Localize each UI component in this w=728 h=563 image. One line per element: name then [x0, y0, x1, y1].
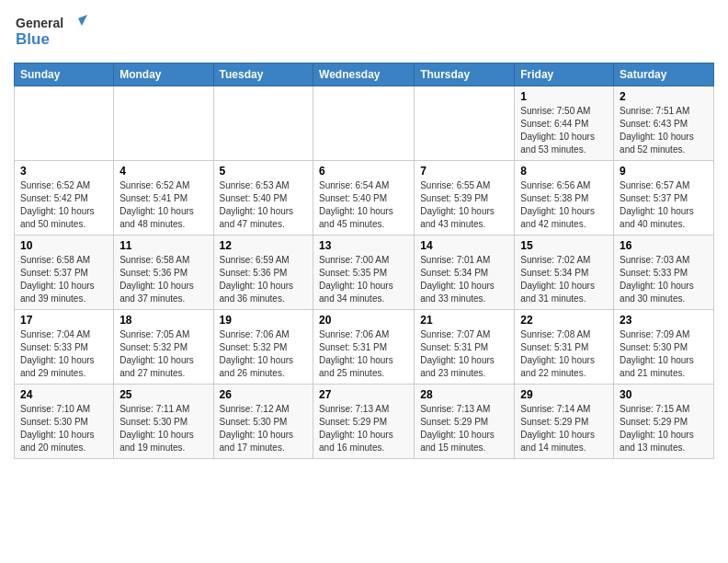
- calendar-cell: [313, 86, 415, 161]
- calendar-week-row: 17Sunrise: 7:04 AM Sunset: 5:33 PM Dayli…: [15, 310, 714, 385]
- day-number: 6: [319, 165, 408, 178]
- day-number: 15: [520, 239, 608, 252]
- calendar-cell: 26Sunrise: 7:12 AM Sunset: 5:30 PM Dayli…: [213, 385, 313, 459]
- day-info: Sunrise: 7:06 AM Sunset: 5:31 PM Dayligh…: [319, 328, 408, 380]
- logo: General Blue: [14, 9, 87, 55]
- calendar-cell: [415, 86, 515, 161]
- day-info: Sunrise: 7:14 AM Sunset: 5:29 PM Dayligh…: [520, 403, 608, 454]
- day-info: Sunrise: 6:55 AM Sunset: 5:39 PM Dayligh…: [420, 179, 508, 231]
- calendar-cell: 18Sunrise: 7:05 AM Sunset: 5:32 PM Dayli…: [114, 310, 213, 385]
- calendar-cell: 6Sunrise: 6:54 AM Sunset: 5:40 PM Daylig…: [313, 161, 415, 236]
- page-container: General Blue SundayMondayTuesdayWednesda…: [0, 0, 728, 468]
- calendar-cell: 7Sunrise: 6:55 AM Sunset: 5:39 PM Daylig…: [415, 161, 515, 236]
- day-info: Sunrise: 7:04 AM Sunset: 5:33 PM Dayligh…: [20, 328, 108, 380]
- calendar-week-row: 24Sunrise: 7:10 AM Sunset: 5:30 PM Dayli…: [15, 385, 714, 459]
- day-info: Sunrise: 6:53 AM Sunset: 5:40 PM Dayligh…: [220, 179, 308, 231]
- day-info: Sunrise: 7:00 AM Sunset: 5:35 PM Dayligh…: [319, 254, 408, 305]
- calendar-cell: 25Sunrise: 7:11 AM Sunset: 5:30 PM Dayli…: [114, 385, 213, 459]
- day-info: Sunrise: 7:06 AM Sunset: 5:32 PM Dayligh…: [220, 328, 308, 380]
- day-info: Sunrise: 7:08 AM Sunset: 5:31 PM Dayligh…: [520, 328, 608, 380]
- calendar-cell: 20Sunrise: 7:06 AM Sunset: 5:31 PM Dayli…: [313, 310, 415, 385]
- calendar-cell: 11Sunrise: 6:58 AM Sunset: 5:36 PM Dayli…: [114, 236, 213, 310]
- weekday-header: Saturday: [614, 63, 714, 86]
- calendar-cell: 28Sunrise: 7:13 AM Sunset: 5:29 PM Dayli…: [415, 385, 515, 459]
- calendar-cell: 23Sunrise: 7:09 AM Sunset: 5:30 PM Dayli…: [614, 310, 714, 385]
- day-info: Sunrise: 7:50 AM Sunset: 6:44 PM Dayligh…: [520, 105, 608, 156]
- day-number: 3: [20, 165, 108, 178]
- calendar-cell: 9Sunrise: 6:57 AM Sunset: 5:37 PM Daylig…: [614, 161, 714, 236]
- day-number: 26: [220, 388, 308, 401]
- day-info: Sunrise: 6:52 AM Sunset: 5:41 PM Dayligh…: [119, 179, 207, 231]
- day-info: Sunrise: 7:05 AM Sunset: 5:32 PM Dayligh…: [119, 328, 207, 380]
- weekday-header: Monday: [114, 63, 213, 86]
- day-info: Sunrise: 6:56 AM Sunset: 5:38 PM Dayligh…: [520, 179, 608, 231]
- svg-text:Blue: Blue: [16, 30, 50, 48]
- header-row: SundayMondayTuesdayWednesdayThursdayFrid…: [15, 63, 714, 86]
- calendar-cell: [213, 86, 313, 161]
- calendar-cell: 12Sunrise: 6:59 AM Sunset: 5:36 PM Dayli…: [213, 236, 313, 310]
- day-info: Sunrise: 6:58 AM Sunset: 5:36 PM Dayligh…: [119, 254, 207, 305]
- calendar-table: SundayMondayTuesdayWednesdayThursdayFrid…: [14, 63, 714, 459]
- day-number: 18: [119, 314, 207, 327]
- day-number: 8: [520, 165, 608, 178]
- day-info: Sunrise: 7:03 AM Sunset: 5:33 PM Dayligh…: [620, 254, 708, 305]
- day-number: 28: [420, 388, 508, 401]
- calendar-cell: 4Sunrise: 6:52 AM Sunset: 5:41 PM Daylig…: [114, 161, 213, 236]
- weekday-header: Friday: [515, 63, 614, 86]
- weekday-header: Tuesday: [213, 63, 313, 86]
- day-info: Sunrise: 7:13 AM Sunset: 5:29 PM Dayligh…: [319, 403, 408, 454]
- day-info: Sunrise: 7:15 AM Sunset: 5:29 PM Dayligh…: [620, 403, 708, 454]
- day-number: 16: [620, 239, 708, 252]
- day-number: 21: [420, 314, 508, 327]
- day-number: 7: [420, 165, 508, 178]
- day-number: 1: [520, 90, 608, 103]
- calendar-cell: [114, 86, 213, 161]
- calendar-cell: 5Sunrise: 6:53 AM Sunset: 5:40 PM Daylig…: [213, 161, 313, 236]
- day-info: Sunrise: 7:12 AM Sunset: 5:30 PM Dayligh…: [220, 403, 308, 454]
- svg-marker-2: [78, 15, 87, 26]
- day-info: Sunrise: 7:09 AM Sunset: 5:30 PM Dayligh…: [620, 328, 708, 380]
- day-info: Sunrise: 6:54 AM Sunset: 5:40 PM Dayligh…: [319, 179, 408, 231]
- weekday-header: Thursday: [415, 63, 515, 86]
- calendar-cell: [15, 86, 114, 161]
- calendar-cell: 2Sunrise: 7:51 AM Sunset: 6:43 PM Daylig…: [614, 86, 714, 161]
- day-info: Sunrise: 7:13 AM Sunset: 5:29 PM Dayligh…: [420, 403, 508, 454]
- calendar-week-row: 3Sunrise: 6:52 AM Sunset: 5:42 PM Daylig…: [15, 161, 714, 236]
- calendar-week-row: 10Sunrise: 6:58 AM Sunset: 5:37 PM Dayli…: [15, 236, 714, 310]
- day-number: 10: [20, 239, 108, 252]
- day-number: 9: [620, 165, 708, 178]
- calendar-cell: 29Sunrise: 7:14 AM Sunset: 5:29 PM Dayli…: [515, 385, 614, 459]
- calendar-cell: 24Sunrise: 7:10 AM Sunset: 5:30 PM Dayli…: [15, 385, 114, 459]
- day-number: 20: [319, 314, 408, 327]
- calendar-week-row: 1Sunrise: 7:50 AM Sunset: 6:44 PM Daylig…: [15, 86, 714, 161]
- day-number: 11: [119, 239, 207, 252]
- calendar-cell: 19Sunrise: 7:06 AM Sunset: 5:32 PM Dayli…: [213, 310, 313, 385]
- day-number: 2: [620, 90, 708, 103]
- weekday-header: Sunday: [15, 63, 114, 86]
- calendar-cell: 22Sunrise: 7:08 AM Sunset: 5:31 PM Dayli…: [515, 310, 614, 385]
- calendar-cell: 17Sunrise: 7:04 AM Sunset: 5:33 PM Dayli…: [15, 310, 114, 385]
- day-info: Sunrise: 7:10 AM Sunset: 5:30 PM Dayligh…: [20, 403, 108, 454]
- calendar-cell: 16Sunrise: 7:03 AM Sunset: 5:33 PM Dayli…: [614, 236, 714, 310]
- day-info: Sunrise: 7:02 AM Sunset: 5:34 PM Dayligh…: [520, 254, 608, 305]
- calendar-cell: 27Sunrise: 7:13 AM Sunset: 5:29 PM Dayli…: [313, 385, 415, 459]
- calendar-cell: 8Sunrise: 6:56 AM Sunset: 5:38 PM Daylig…: [515, 161, 614, 236]
- day-info: Sunrise: 7:51 AM Sunset: 6:43 PM Dayligh…: [620, 105, 708, 156]
- day-number: 5: [220, 165, 308, 178]
- day-number: 23: [620, 314, 708, 327]
- calendar-cell: 10Sunrise: 6:58 AM Sunset: 5:37 PM Dayli…: [15, 236, 114, 310]
- day-number: 22: [520, 314, 608, 327]
- svg-text:General: General: [16, 16, 63, 30]
- logo-svg: General Blue: [14, 9, 87, 55]
- day-info: Sunrise: 7:11 AM Sunset: 5:30 PM Dayligh…: [119, 403, 207, 454]
- calendar-cell: 30Sunrise: 7:15 AM Sunset: 5:29 PM Dayli…: [614, 385, 714, 459]
- day-number: 19: [220, 314, 308, 327]
- day-info: Sunrise: 6:57 AM Sunset: 5:37 PM Dayligh…: [620, 179, 708, 231]
- day-number: 29: [520, 388, 608, 401]
- day-number: 30: [620, 388, 708, 401]
- day-info: Sunrise: 6:59 AM Sunset: 5:36 PM Dayligh…: [220, 254, 308, 305]
- day-number: 4: [119, 165, 207, 178]
- calendar-cell: 3Sunrise: 6:52 AM Sunset: 5:42 PM Daylig…: [15, 161, 114, 236]
- weekday-header: Wednesday: [313, 63, 415, 86]
- day-number: 12: [220, 239, 308, 252]
